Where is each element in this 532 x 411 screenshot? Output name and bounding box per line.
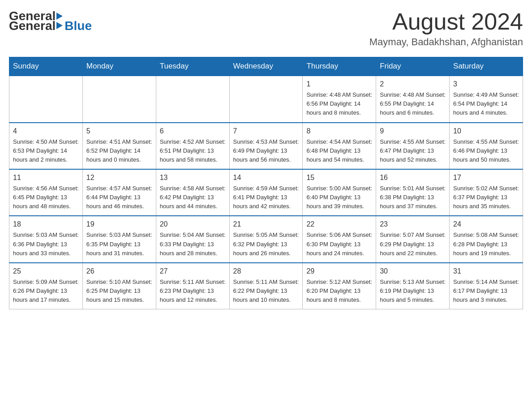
day-info: Sunrise: 5:11 AM Sunset: 6:22 PM Dayligh… xyxy=(233,278,299,304)
table-row: 26Sunrise: 5:10 AM Sunset: 6:25 PM Dayli… xyxy=(82,263,156,309)
table-row xyxy=(9,76,83,122)
day-info: Sunrise: 4:56 AM Sunset: 6:45 PM Dayligh… xyxy=(13,184,79,211)
day-number: 13 xyxy=(160,172,226,183)
header-monday: Monday xyxy=(82,57,156,76)
day-number: 19 xyxy=(86,219,152,230)
table-row: 27Sunrise: 5:11 AM Sunset: 6:23 PM Dayli… xyxy=(156,263,229,309)
day-info: Sunrise: 5:14 AM Sunset: 6:17 PM Dayligh… xyxy=(453,278,519,304)
day-number: 7 xyxy=(233,126,299,137)
day-number: 8 xyxy=(306,126,372,137)
day-number: 26 xyxy=(86,266,152,277)
header-saturday: Saturday xyxy=(450,57,523,76)
table-row: 4Sunrise: 4:50 AM Sunset: 6:53 PM Daylig… xyxy=(9,123,83,169)
table-row: 17Sunrise: 5:02 AM Sunset: 6:37 PM Dayli… xyxy=(450,169,523,216)
table-row: 29Sunrise: 5:12 AM Sunset: 6:20 PM Dayli… xyxy=(303,263,376,309)
day-number: 3 xyxy=(453,79,519,90)
day-number: 20 xyxy=(160,219,226,230)
table-row: 9Sunrise: 4:55 AM Sunset: 6:47 PM Daylig… xyxy=(376,123,450,169)
logo-blue-text: Blue xyxy=(64,19,92,33)
day-info: Sunrise: 4:58 AM Sunset: 6:42 PM Dayligh… xyxy=(160,184,226,211)
month-title: August 2024 xyxy=(369,9,523,34)
day-number: 12 xyxy=(86,172,152,183)
table-row: 28Sunrise: 5:11 AM Sunset: 6:22 PM Dayli… xyxy=(229,263,303,309)
day-number: 9 xyxy=(380,126,446,137)
table-row: 14Sunrise: 4:59 AM Sunset: 6:41 PM Dayli… xyxy=(229,169,303,216)
day-info: Sunrise: 4:52 AM Sunset: 6:51 PM Dayligh… xyxy=(160,137,226,164)
logo: General General Blue xyxy=(9,9,92,33)
day-info: Sunrise: 5:03 AM Sunset: 6:36 PM Dayligh… xyxy=(13,231,79,257)
day-number: 14 xyxy=(233,172,299,183)
day-info: Sunrise: 4:48 AM Sunset: 6:56 PM Dayligh… xyxy=(306,90,372,117)
day-info: Sunrise: 4:53 AM Sunset: 6:49 PM Dayligh… xyxy=(233,137,299,164)
day-info: Sunrise: 5:02 AM Sunset: 6:37 PM Dayligh… xyxy=(453,184,519,211)
table-row: 19Sunrise: 5:03 AM Sunset: 6:35 PM Dayli… xyxy=(82,216,156,262)
calendar-week-row: 18Sunrise: 5:03 AM Sunset: 6:36 PM Dayli… xyxy=(9,216,523,262)
table-row: 5Sunrise: 4:51 AM Sunset: 6:52 PM Daylig… xyxy=(82,123,156,169)
day-number: 2 xyxy=(380,79,446,90)
day-info: Sunrise: 4:51 AM Sunset: 6:52 PM Dayligh… xyxy=(86,137,152,164)
day-info: Sunrise: 4:54 AM Sunset: 6:48 PM Dayligh… xyxy=(306,137,372,164)
table-row: 13Sunrise: 4:58 AM Sunset: 6:42 PM Dayli… xyxy=(156,169,229,216)
page-header: General General Blue August 2024 Maymay,… xyxy=(9,9,523,48)
day-info: Sunrise: 5:09 AM Sunset: 6:26 PM Dayligh… xyxy=(13,278,79,304)
day-number: 10 xyxy=(453,126,519,137)
table-row: 8Sunrise: 4:54 AM Sunset: 6:48 PM Daylig… xyxy=(303,123,376,169)
day-number: 28 xyxy=(233,266,299,277)
day-number: 25 xyxy=(13,266,79,277)
table-row: 21Sunrise: 5:05 AM Sunset: 6:32 PM Dayli… xyxy=(229,216,303,262)
day-number: 27 xyxy=(160,266,226,277)
day-info: Sunrise: 4:57 AM Sunset: 6:44 PM Dayligh… xyxy=(86,184,152,211)
table-row xyxy=(82,76,156,122)
day-info: Sunrise: 5:04 AM Sunset: 6:33 PM Dayligh… xyxy=(160,231,226,257)
table-row: 25Sunrise: 5:09 AM Sunset: 6:26 PM Dayli… xyxy=(9,263,83,309)
table-row: 2Sunrise: 4:48 AM Sunset: 6:55 PM Daylig… xyxy=(376,76,450,122)
location-text: Maymay, Badakhshan, Afghanistan xyxy=(369,36,523,48)
calendar-week-row: 4Sunrise: 4:50 AM Sunset: 6:53 PM Daylig… xyxy=(9,123,523,169)
calendar-week-row: 1Sunrise: 4:48 AM Sunset: 6:56 PM Daylig… xyxy=(9,76,523,122)
day-info: Sunrise: 4:55 AM Sunset: 6:47 PM Dayligh… xyxy=(380,137,446,164)
table-row: 31Sunrise: 5:14 AM Sunset: 6:17 PM Dayli… xyxy=(450,263,523,309)
table-row: 3Sunrise: 4:49 AM Sunset: 6:54 PM Daylig… xyxy=(450,76,523,122)
day-number: 11 xyxy=(13,172,79,183)
calendar-header-row: Sunday Monday Tuesday Wednesday Thursday… xyxy=(9,57,523,76)
day-info: Sunrise: 5:11 AM Sunset: 6:23 PM Dayligh… xyxy=(160,278,226,304)
day-info: Sunrise: 4:48 AM Sunset: 6:55 PM Dayligh… xyxy=(380,90,446,117)
table-row: 10Sunrise: 4:55 AM Sunset: 6:46 PM Dayli… xyxy=(450,123,523,169)
header-thursday: Thursday xyxy=(303,57,376,76)
table-row: 18Sunrise: 5:03 AM Sunset: 6:36 PM Dayli… xyxy=(9,216,83,262)
day-info: Sunrise: 4:59 AM Sunset: 6:41 PM Dayligh… xyxy=(233,184,299,211)
table-row: 7Sunrise: 4:53 AM Sunset: 6:49 PM Daylig… xyxy=(229,123,303,169)
table-row: 24Sunrise: 5:08 AM Sunset: 6:28 PM Dayli… xyxy=(450,216,523,262)
title-section: August 2024 Maymay, Badakhshan, Afghanis… xyxy=(369,9,523,48)
day-info: Sunrise: 4:55 AM Sunset: 6:46 PM Dayligh… xyxy=(453,137,519,164)
day-number: 24 xyxy=(453,219,519,230)
day-info: Sunrise: 5:08 AM Sunset: 6:28 PM Dayligh… xyxy=(453,231,519,257)
day-info: Sunrise: 4:49 AM Sunset: 6:54 PM Dayligh… xyxy=(453,90,519,117)
svg-marker-1 xyxy=(56,22,63,29)
calendar-table: Sunday Monday Tuesday Wednesday Thursday… xyxy=(9,57,523,309)
day-info: Sunrise: 4:50 AM Sunset: 6:53 PM Dayligh… xyxy=(13,137,79,164)
table-row: 30Sunrise: 5:13 AM Sunset: 6:19 PM Dayli… xyxy=(376,263,450,309)
day-number: 22 xyxy=(306,219,372,230)
calendar-week-row: 11Sunrise: 4:56 AM Sunset: 6:45 PM Dayli… xyxy=(9,169,523,216)
table-row: 6Sunrise: 4:52 AM Sunset: 6:51 PM Daylig… xyxy=(156,123,229,169)
day-info: Sunrise: 5:01 AM Sunset: 6:38 PM Dayligh… xyxy=(380,184,446,211)
table-row xyxy=(156,76,229,122)
day-number: 18 xyxy=(13,219,79,230)
day-info: Sunrise: 5:13 AM Sunset: 6:19 PM Dayligh… xyxy=(380,278,446,304)
header-sunday: Sunday xyxy=(9,57,83,76)
table-row: 22Sunrise: 5:06 AM Sunset: 6:30 PM Dayli… xyxy=(303,216,376,262)
day-info: Sunrise: 5:06 AM Sunset: 6:30 PM Dayligh… xyxy=(306,231,372,257)
day-number: 21 xyxy=(233,219,299,230)
day-number: 1 xyxy=(306,79,372,90)
logo-general-text2: General xyxy=(9,19,56,33)
day-number: 15 xyxy=(306,172,372,183)
day-info: Sunrise: 5:05 AM Sunset: 6:32 PM Dayligh… xyxy=(233,231,299,257)
day-number: 17 xyxy=(453,172,519,183)
day-number: 5 xyxy=(86,126,152,137)
table-row xyxy=(229,76,303,122)
day-number: 29 xyxy=(306,266,372,277)
header-wednesday: Wednesday xyxy=(229,57,303,76)
day-info: Sunrise: 5:12 AM Sunset: 6:20 PM Dayligh… xyxy=(306,278,372,304)
day-info: Sunrise: 5:10 AM Sunset: 6:25 PM Dayligh… xyxy=(86,278,152,304)
